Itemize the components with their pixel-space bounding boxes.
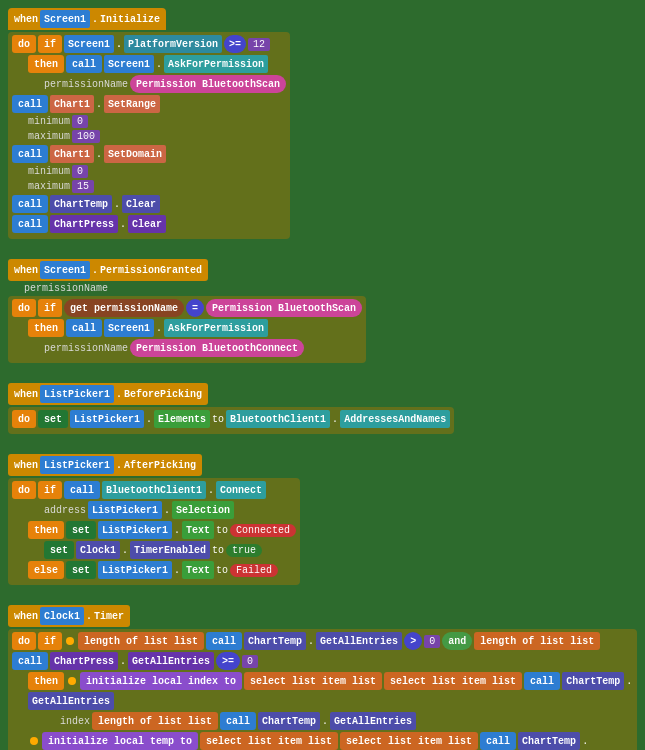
when-before-picking[interactable]: when ListPicker1 . BeforePicking xyxy=(8,383,208,405)
then-label2: then xyxy=(28,319,64,337)
select-list-item2[interactable]: select list item list xyxy=(384,672,522,690)
listpicker1-ref2[interactable]: ListPicker1 xyxy=(70,410,144,428)
gte-op[interactable]: >= xyxy=(224,35,246,53)
clock1-ref2[interactable]: Clock1 xyxy=(40,607,84,625)
screen1-ref4[interactable]: Screen1 xyxy=(40,261,90,279)
set-range-method[interactable]: SetRange xyxy=(104,95,160,113)
before-picking-label: BeforePicking xyxy=(124,389,202,400)
chartpress-ref1[interactable]: ChartPress xyxy=(50,215,118,233)
ask-permission-method[interactable]: AskForPermission xyxy=(164,55,268,73)
if-block2[interactable]: if xyxy=(38,299,62,317)
listpicker1-ref6[interactable]: ListPicker1 xyxy=(98,561,172,579)
block-group-after-picking: when ListPicker1 . AfterPicking do if ca… xyxy=(8,454,637,593)
bluetooth-client1-ref2[interactable]: BluetoothClient1 xyxy=(102,481,206,499)
call-label7: call xyxy=(64,481,100,499)
screen1-ref[interactable]: Screen1 xyxy=(40,10,90,28)
num-15a: 15 xyxy=(72,180,94,193)
connect-method[interactable]: Connect xyxy=(216,481,266,499)
do-label5: do xyxy=(12,632,36,650)
screen1-ref5[interactable]: Screen1 xyxy=(104,319,154,337)
connector-dot2 xyxy=(68,677,76,685)
charttemp-ref4[interactable]: ChartTemp xyxy=(258,712,320,730)
length-of-list1[interactable]: length of list list xyxy=(78,632,204,650)
length-of-list2[interactable]: length of list list xyxy=(474,632,600,650)
selection-prop[interactable]: Selection xyxy=(172,501,234,519)
initialize-local-index[interactable]: initialize local index to xyxy=(80,672,242,690)
permission-granted-body: do if get permissionName = Permission Bl… xyxy=(8,296,366,363)
listpicker1-ref5[interactable]: ListPicker1 xyxy=(98,521,172,539)
set-domain-method1[interactable]: SetDomain xyxy=(104,145,166,163)
addresses-names[interactable]: AddressesAndNames xyxy=(340,410,450,428)
screen1-ref2[interactable]: Screen1 xyxy=(64,35,114,53)
call-label4: call xyxy=(12,195,48,213)
when-clock1-timer[interactable]: when Clock1 . Timer xyxy=(8,605,130,627)
charttemp-ref3[interactable]: ChartTemp xyxy=(562,672,624,690)
chart1-ref2[interactable]: Chart1 xyxy=(50,145,94,163)
call-label8: call xyxy=(206,632,242,650)
screen1-ref3[interactable]: Screen1 xyxy=(104,55,154,73)
block-group-permission-granted: when Screen1 . PermissionGranted permiss… xyxy=(8,259,637,371)
initialize-local-temp[interactable]: initialize local temp to xyxy=(42,732,198,750)
when-after-picking[interactable]: when ListPicker1 . AfterPicking xyxy=(8,454,202,476)
gte-op2[interactable]: >= xyxy=(216,652,240,670)
permission-bluetooth-connect[interactable]: Permission BluetoothConnect xyxy=(130,339,304,357)
bluetooth-client1-ref1[interactable]: BluetoothClient1 xyxy=(226,410,330,428)
when-label: when xyxy=(14,14,38,25)
num-0d: 0 xyxy=(242,655,258,668)
permission-granted-label: PermissionGranted xyxy=(100,265,202,276)
initialize-body: do if Screen1 . PlatformVersion >= 12 th… xyxy=(8,32,290,239)
select-list-item4[interactable]: select list item list xyxy=(340,732,478,750)
set-label1: set xyxy=(38,410,68,428)
and-op[interactable]: and xyxy=(442,632,472,650)
permission-bluetooth-scan2[interactable]: Permission BluetoothScan xyxy=(206,299,362,317)
eq-op[interactable]: = xyxy=(186,299,204,317)
clear-method2[interactable]: Clear xyxy=(128,215,166,233)
get-all-entries4[interactable]: GetAllEntries xyxy=(330,712,416,730)
select-list-item3[interactable]: select list item list xyxy=(200,732,338,750)
charttemp-ref2[interactable]: ChartTemp xyxy=(244,632,306,650)
length-of-list3[interactable]: length of list list xyxy=(92,712,218,730)
listpicker1-ref3[interactable]: ListPicker1 xyxy=(40,456,114,474)
if-block[interactable]: if xyxy=(38,35,62,53)
set-label3: set xyxy=(44,541,74,559)
if-block4[interactable]: if xyxy=(38,632,62,650)
num-0c: 0 xyxy=(424,635,440,648)
timer-body: do if length of list list call ChartTemp… xyxy=(8,629,637,750)
clear-method1[interactable]: Clear xyxy=(122,195,160,213)
listpicker1-ref4[interactable]: ListPicker1 xyxy=(88,501,162,519)
charttemp-ref1[interactable]: ChartTemp xyxy=(50,195,112,213)
clock1-ref1[interactable]: Clock1 xyxy=(76,541,120,559)
charttemp-ref5[interactable]: ChartTemp xyxy=(518,732,580,750)
do-label3: do xyxy=(12,410,36,428)
elements-prop[interactable]: Elements xyxy=(154,410,210,428)
get-permission-name[interactable]: get permissionName xyxy=(64,299,184,317)
chartpress-ref2[interactable]: ChartPress xyxy=(50,652,118,670)
if-block3[interactable]: if xyxy=(38,481,62,499)
timer-label: Timer xyxy=(94,611,124,622)
ask-permission-method2[interactable]: AskForPermission xyxy=(164,319,268,337)
num-12: 12 xyxy=(248,38,270,51)
gt-op1[interactable]: > xyxy=(404,632,422,650)
when-screen1-initialize[interactable]: when Screen1 . Initialize xyxy=(8,8,166,30)
permission-bluetooth-scan1[interactable]: Permission BluetoothScan xyxy=(130,75,286,93)
when-label2: when xyxy=(14,265,38,276)
num-0b: 0 xyxy=(72,165,88,178)
platform-version[interactable]: PlatformVersion xyxy=(124,35,222,53)
text-prop2[interactable]: Text xyxy=(182,561,214,579)
select-list-item1[interactable]: select list item list xyxy=(244,672,382,690)
timer-enabled-prop[interactable]: TimerEnabled xyxy=(130,541,210,559)
then-label1: then xyxy=(28,55,64,73)
chart1-ref1[interactable]: Chart1 xyxy=(50,95,94,113)
get-all-entries3[interactable]: GetAllEntries xyxy=(28,692,114,710)
listpicker1-ref1[interactable]: ListPicker1 xyxy=(40,385,114,403)
get-all-entries1[interactable]: GetAllEntries xyxy=(316,632,402,650)
call-label1: call xyxy=(66,55,102,73)
connected-str: Connected xyxy=(230,524,296,537)
get-all-entries2[interactable]: GetAllEntries xyxy=(128,652,214,670)
after-picking-label: AfterPicking xyxy=(124,460,196,471)
when-permission-granted[interactable]: when Screen1 . PermissionGranted xyxy=(8,259,208,281)
do-label2: do xyxy=(12,299,36,317)
text-prop1[interactable]: Text xyxy=(182,521,214,539)
call-label5: call xyxy=(12,215,48,233)
connector-dot1 xyxy=(66,637,74,645)
